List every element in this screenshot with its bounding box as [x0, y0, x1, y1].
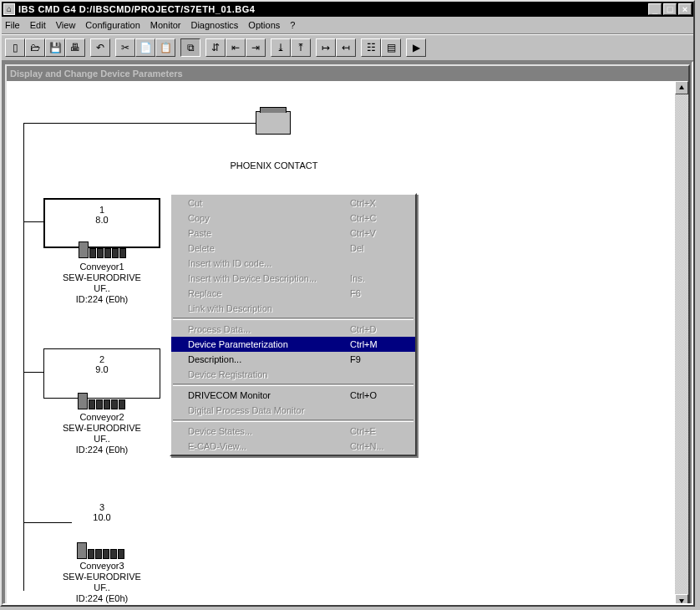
cm-ecad-view[interactable]: E-CAD-View... Ctrl+N... [171, 439, 415, 454]
scroll-up-button[interactable] [675, 81, 688, 94]
bus-stub-2 [23, 372, 43, 373]
bus-stub-1 [23, 221, 43, 222]
toolbar-zoom-in[interactable]: ⇤ [226, 38, 246, 57]
cm-paste[interactable]: Paste Ctrl+V [171, 226, 415, 241]
toolbar-ins-left[interactable]: ↦ [316, 38, 336, 57]
toolbar-print[interactable]: 🖶 [65, 38, 85, 57]
cm-device-parameterization[interactable]: Device Parameterization Ctrl+M [171, 337, 415, 352]
cm-description[interactable]: Description... F9 [171, 352, 415, 367]
child-title-text: Display and Change Device Parameters [10, 69, 183, 79]
menu-view[interactable]: View [56, 20, 76, 30]
controller-icon[interactable] [256, 111, 291, 135]
device-node-conveyor2[interactable]: 2 9.0 Conveyor2 SEW-EURODRIVE UF.. ID:22 [43, 348, 160, 399]
toolbar-upload[interactable]: ⤒ [291, 38, 311, 57]
toolbar-fit[interactable]: ⇵ [205, 38, 226, 57]
scroll-down-button[interactable] [675, 594, 688, 605]
app-window: ⌂ IBS CMD G4 D:/IBSCMD/PROJECT/S7ETH_01.… [0, 0, 695, 607]
child-titlebar: Display and Change Device Parameters [7, 66, 688, 81]
menu-configuration[interactable]: Configuration [85, 20, 139, 30]
menu-diagnostics[interactable]: Diagnostics [190, 20, 238, 30]
cm-link-desc[interactable]: Link with Description [171, 301, 415, 316]
toolbar-run[interactable]: ▶ [406, 38, 426, 57]
device-node-conveyor1[interactable]: 1 8.0 Conveyor1 SEW-EURODRIVE UF.. ID:22 [43, 198, 160, 248]
svg-marker-0 [679, 85, 684, 89]
cm-delete[interactable]: Delete Del [171, 241, 415, 256]
svg-marker-1 [679, 599, 684, 603]
device-node-conveyor3[interactable]: 3 10.0 Conveyor3 SEW-EURODRIVE UF.. ID:2 [43, 497, 160, 547]
cm-replace[interactable]: Replace F6 [171, 286, 415, 301]
minimize-button[interactable]: _ [648, 3, 662, 15]
close-button[interactable]: × [678, 3, 692, 15]
scroll-track[interactable] [675, 94, 688, 594]
cm-process-data[interactable]: Process Data... Ctrl+D [171, 322, 415, 337]
cm-insert-id[interactable]: Insert with ID code... [171, 256, 415, 271]
cm-digital-process-data[interactable]: Digital Process Data Monitor [171, 403, 415, 418]
menu-options[interactable]: Options [248, 20, 280, 30]
vertical-scrollbar[interactable] [675, 81, 688, 605]
cm-drivecom[interactable]: DRIVECOM Monitor Ctrl+O [171, 388, 415, 403]
titlebar: ⌂ IBS CMD G4 D:/IBSCMD/PROJECT/S7ETH_01.… [2, 2, 693, 17]
cm-device-states[interactable]: Device States... Ctrl+E [171, 424, 415, 439]
child-window: Display and Change Device Parameters PHO… [5, 64, 690, 605]
toolbar-download[interactable]: ⤓ [271, 38, 291, 57]
menu-file[interactable]: File [5, 20, 20, 30]
cm-sep-1 [173, 318, 413, 320]
cm-cut[interactable]: Cut Ctrl+X [171, 196, 415, 211]
menubar: File Edit View Configuration Monitor Dia… [2, 17, 693, 34]
toolbar-save[interactable]: 💾 [45, 38, 65, 57]
diagram-area: PHOENIX CONTACT IBS ISA SC/RI/RT-LK ID:2… [7, 81, 688, 605]
toolbar: ▯ 🗁 💾 🖶 ↶ ✂ 📄 📋 ⧉ ⇵ ⇤ ⇥ ⤓ ⤒ ↦ ↤ ☷ ▤ ▶ [2, 34, 693, 61]
toolbar-copy[interactable]: 📄 [135, 38, 155, 57]
app-icon: ⌂ [3, 3, 15, 15]
toolbar-tree[interactable]: ☷ [361, 38, 381, 57]
mdi-client: Display and Change Device Parameters PHO… [2, 61, 693, 605]
toolbar-cut[interactable]: ✂ [115, 38, 135, 57]
toolbar-properties[interactable]: ▤ [381, 38, 401, 57]
toolbar-new[interactable]: ▯ [5, 38, 25, 57]
cm-device-registration[interactable]: Device Registration [171, 367, 415, 382]
bus-vertical-line [23, 123, 24, 591]
menu-help[interactable]: ? [290, 20, 295, 30]
toolbar-ins-right[interactable]: ↤ [336, 38, 356, 57]
toolbar-undo[interactable]: ↶ [90, 38, 110, 57]
maximize-button[interactable]: □ [663, 3, 677, 15]
toolbar-open[interactable]: 🗁 [25, 38, 45, 57]
toolbar-diagram-view[interactable]: ⧉ [180, 38, 200, 57]
cm-sep-3 [173, 419, 413, 422]
toolbar-paste[interactable]: 📋 [155, 38, 175, 57]
bus-root-line [23, 123, 256, 124]
menu-monitor[interactable]: Monitor [150, 20, 181, 30]
cm-sep-2 [173, 384, 413, 386]
menu-edit[interactable]: Edit [30, 20, 46, 30]
toolbar-zoom-out[interactable]: ⇥ [246, 38, 266, 57]
context-menu: Cut Ctrl+X Copy Ctrl+C Paste Ctrl+V De [170, 193, 417, 456]
cm-insert-device-desc[interactable]: Insert with Device Description... Ins. [171, 271, 415, 286]
cm-copy[interactable]: Copy Ctrl+C [171, 211, 415, 226]
window-title: IBS CMD G4 D:/IBSCMD/PROJECT/S7ETH_01.BG… [18, 4, 648, 14]
